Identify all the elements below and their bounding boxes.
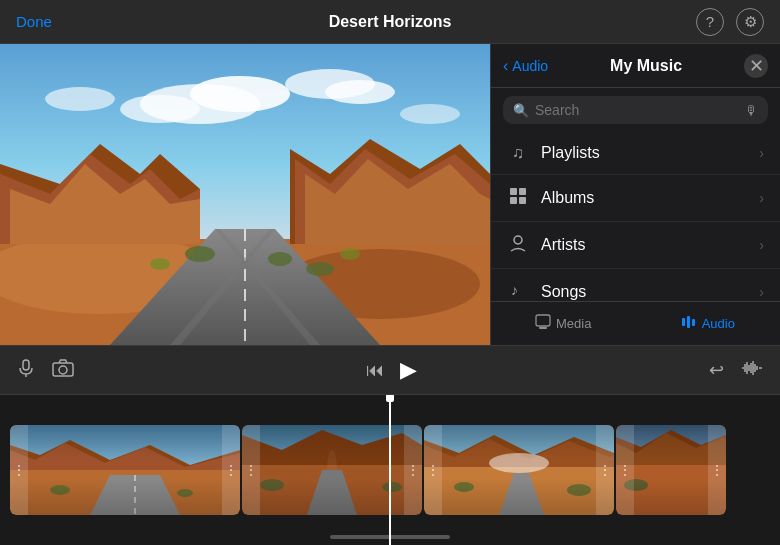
video-preview (0, 44, 490, 345)
clip-4[interactable]: ⋮ ⋮ (616, 425, 726, 515)
handle-icon: ⋮ (598, 462, 612, 478)
playhead (389, 395, 391, 545)
tab-audio[interactable]: Audio (636, 302, 781, 345)
svg-point-2 (190, 76, 290, 112)
svg-rect-26 (510, 188, 517, 195)
clip-handle-right-3[interactable]: ⋮ (596, 425, 614, 515)
playlists-label: Playlists (541, 144, 747, 162)
svg-text:♪: ♪ (511, 282, 518, 298)
handle-icon: ⋮ (710, 462, 724, 478)
clip-handle-left-4[interactable]: ⋮ (616, 425, 634, 515)
svg-rect-39 (23, 360, 29, 370)
songs-chevron-icon: › (759, 284, 764, 300)
tc-right: ↩ (709, 358, 764, 383)
close-button[interactable]: ✕ (744, 54, 768, 78)
clip-handle-right-1[interactable]: ⋮ (222, 425, 240, 515)
audio-panel: ‹ Audio My Music ✕ 🔍 🎙 ♫ Playlists › (490, 44, 780, 345)
clip-3[interactable]: ⋮ ⋮ (424, 425, 614, 515)
svg-point-74 (567, 484, 591, 496)
svg-point-25 (340, 248, 360, 260)
svg-point-65 (260, 479, 284, 491)
albums-label: Albums (541, 189, 747, 207)
clip-2[interactable]: ⋮ ⋮ (242, 425, 422, 515)
menu-item-playlists[interactable]: ♫ Playlists › (491, 132, 780, 175)
svg-point-5 (325, 80, 395, 104)
svg-point-30 (514, 236, 522, 244)
svg-point-42 (59, 366, 67, 374)
svg-point-23 (150, 258, 170, 270)
clip-handle-right-2[interactable]: ⋮ (404, 425, 422, 515)
handle-icon: ⋮ (12, 462, 26, 478)
top-bar: Done Desert Horizons ? ⚙ (0, 0, 780, 44)
help-button[interactable]: ? (696, 8, 724, 36)
svg-point-66 (382, 482, 402, 492)
menu-item-songs[interactable]: ♪ Songs › (491, 269, 780, 301)
albums-chevron-icon: › (759, 190, 764, 206)
tc-center: ⏮ ▶ (366, 357, 417, 383)
svg-point-6 (45, 87, 115, 111)
svg-rect-34 (536, 315, 550, 326)
search-input[interactable] (535, 102, 739, 118)
timeline: ⋮ ⋮ (0, 395, 780, 545)
audio-menu-list: ♫ Playlists › Albums › (491, 132, 780, 301)
albums-icon (507, 187, 529, 209)
svg-point-21 (185, 246, 215, 262)
audio-panel-title: My Music (610, 57, 682, 75)
back-chevron-icon: ‹ (503, 57, 508, 75)
svg-point-71 (489, 453, 549, 473)
settings-button[interactable]: ⚙ (736, 8, 764, 36)
artists-chevron-icon: › (759, 237, 764, 253)
tc-left (16, 358, 74, 383)
handle-icon: ⋮ (426, 462, 440, 478)
camera-control-icon[interactable] (52, 358, 74, 383)
audio-panel-header: ‹ Audio My Music ✕ (491, 44, 780, 88)
clip-handle-left-1[interactable]: ⋮ (10, 425, 28, 515)
svg-point-59 (177, 489, 193, 497)
clip-handle-left-3[interactable]: ⋮ (424, 425, 442, 515)
mic-icon[interactable]: 🎙 (745, 103, 758, 118)
top-bar-left: Done (16, 13, 52, 30)
project-title: Desert Horizons (329, 13, 452, 31)
clip-handle-right-4[interactable]: ⋮ (708, 425, 726, 515)
playlists-chevron-icon: › (759, 145, 764, 161)
handle-icon: ⋮ (224, 462, 238, 478)
songs-label: Songs (541, 283, 747, 301)
audio-tab-label: Audio (702, 316, 735, 331)
done-button[interactable]: Done (16, 13, 52, 30)
audio-tab-icon (681, 314, 697, 333)
svg-rect-36 (682, 318, 685, 326)
svg-rect-35 (539, 327, 547, 329)
songs-icon: ♪ (507, 281, 529, 301)
svg-rect-27 (519, 188, 526, 195)
media-tab-label: Media (556, 316, 591, 331)
svg-rect-28 (510, 197, 517, 204)
svg-point-22 (268, 252, 292, 266)
skip-to-start-icon[interactable]: ⏮ (366, 360, 384, 381)
undo-icon[interactable]: ↩ (709, 359, 724, 381)
media-tab-icon (535, 314, 551, 333)
clip-1[interactable]: ⋮ ⋮ (10, 425, 240, 515)
artists-icon (507, 234, 529, 256)
svg-point-73 (454, 482, 474, 492)
play-button[interactable]: ▶ (400, 357, 417, 383)
svg-point-58 (50, 485, 70, 495)
search-bar: 🔍 🎙 (503, 96, 768, 124)
waveform-icon[interactable] (740, 358, 764, 383)
svg-point-3 (120, 95, 200, 123)
search-icon: 🔍 (513, 103, 529, 118)
audio-back-label: Audio (512, 58, 548, 74)
menu-item-albums[interactable]: Albums › (491, 175, 780, 222)
clip-handle-left-2[interactable]: ⋮ (242, 425, 260, 515)
panel-bottom-tabs: Media Audio (491, 301, 780, 345)
audio-back-button[interactable]: ‹ Audio (503, 57, 548, 75)
handle-icon: ⋮ (244, 462, 258, 478)
menu-item-artists[interactable]: Artists › (491, 222, 780, 269)
playlists-icon: ♫ (507, 144, 529, 162)
svg-rect-37 (687, 316, 690, 328)
handle-icon: ⋮ (618, 462, 632, 478)
mic-control-icon[interactable] (16, 358, 36, 383)
handle-icon: ⋮ (406, 462, 420, 478)
svg-rect-29 (519, 197, 526, 204)
main-area: ‹ Audio My Music ✕ 🔍 🎙 ♫ Playlists › (0, 44, 780, 345)
tab-media[interactable]: Media (491, 302, 636, 345)
